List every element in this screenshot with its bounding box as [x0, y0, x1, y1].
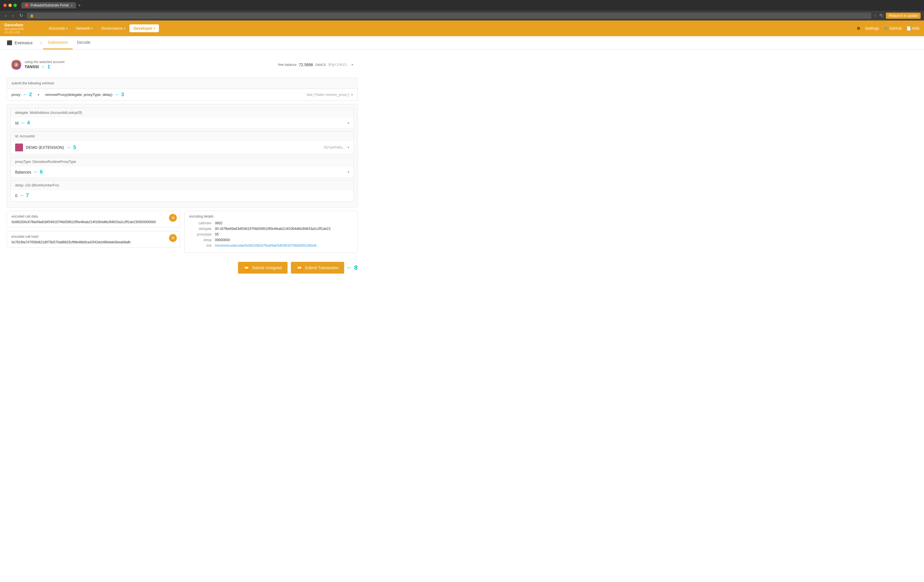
link-row: link #/extrinsics/decode/0x060200c67fbe6…	[189, 244, 353, 248]
nav-governance[interactable]: Governance ▾	[97, 25, 129, 32]
delegate-field-header: delegate: MultiAddress (AccountIdLookupO…	[11, 108, 354, 117]
header-right: ⚙ Settings 📎 GitHub 📄 Wiki	[857, 26, 919, 31]
id-value[interactable]: DEMO (EXTENSION)	[26, 145, 64, 150]
id-address: 5GYyHYvEn...	[324, 146, 345, 149]
see-hint[interactable]: See [`Pallet::remove_proxy`]. ▾	[307, 93, 353, 97]
account-label: using the selected account	[25, 60, 64, 64]
id-field-right: 5GYyHYvEn... ▾	[324, 146, 349, 149]
delay-value[interactable]: 0	[15, 193, 17, 198]
delegate-label: delegate: MultiAddress (AccountIdLookupO…	[15, 111, 82, 115]
account-left: using the selected account TANSSI ← 1	[11, 60, 64, 70]
tab-submission[interactable]: Submission	[43, 36, 72, 50]
method-value[interactable]: removeProxy(delegate, proxyType, delay)	[45, 93, 113, 97]
proxy-type-field-card: proxyType: DanceboxRuntimeProxyType Bala…	[10, 157, 354, 178]
delay-enc-key: delay	[189, 238, 211, 242]
action-bar: ⏩ Submit Unsigned ⏩ Submit Transaction ←…	[7, 257, 358, 278]
copy-encoded-call-hash-btn[interactable]: ⧉	[169, 234, 177, 242]
nav-network-label: Network	[76, 26, 90, 31]
submit-unsigned-label: Submit Unsigned	[252, 266, 282, 270]
traffic-light-red[interactable]	[3, 3, 7, 7]
pallet-value[interactable]: proxy	[12, 93, 20, 97]
callindex-row: callindex 0602	[189, 221, 353, 225]
new-tab-button[interactable]: +	[77, 3, 82, 8]
delegate-value[interactable]: Id	[15, 121, 18, 125]
id-field-card: Id: AccountId DEMO (EXTENSION) ← 5 5GYyH…	[10, 131, 354, 154]
encoding-details-card: encoding details callindex 0602 delegate…	[185, 211, 358, 253]
id-dropdown[interactable]: ▾	[348, 146, 349, 149]
extrinsic-label: submit the following extrinsic	[12, 81, 54, 85]
proxytype-enc-value: 05	[215, 232, 353, 236]
balance-unit: DANCE	[315, 63, 326, 66]
settings-link[interactable]: Settings	[865, 26, 879, 31]
delay-field-card: delay: u32 (BlockNumberFor) 0 ← 7	[10, 180, 354, 202]
submit-transaction-label: Submit Transaction	[305, 266, 338, 270]
annotation-2: ← 2	[23, 92, 32, 98]
update-button[interactable]: Relaunch to update	[886, 13, 921, 19]
submit-unsigned-button[interactable]: ⏩ Submit Unsigned	[238, 262, 287, 274]
nav-developer-arrow: ▾	[153, 27, 155, 30]
delegate-field-card: delegate: MultiAddress (AccountIdLookupO…	[10, 107, 354, 129]
encoded-call-hash-card: encoded call hash 0x781f9a747056b821d975…	[7, 231, 180, 248]
extensions-icon[interactable]: 🔌	[879, 13, 884, 18]
delay-enc-row: delay 00000000	[189, 238, 353, 242]
proxy-type-field-header: proxyType: DanceboxRuntimeProxyType	[11, 157, 354, 166]
url-input[interactable]: polkadot.js.org/apps/?rpc=wss%3A%2F%2Fra…	[36, 14, 868, 18]
proxy-type-value[interactable]: Balances	[15, 170, 31, 174]
nav-accounts-arrow: ▾	[66, 27, 68, 30]
delay-value-row: 0 ← 7	[11, 190, 354, 201]
page-title: Extrinsics	[15, 36, 33, 49]
traffic-light-yellow[interactable]	[8, 3, 12, 7]
account-dropdown-arrow[interactable]: ▾	[351, 63, 353, 67]
callindex-key: callindex	[189, 221, 211, 225]
delegate-dropdown[interactable]: ▾	[348, 121, 349, 125]
address-bar: 🔒 polkadot.js.org/apps/?rpc=wss%3A%2F%2F…	[27, 13, 871, 19]
annotation-7: ← 7	[20, 193, 29, 198]
encoded-call-hash-label: encoded call hash	[12, 235, 175, 238]
proxy-type-dropdown[interactable]: ▾	[348, 170, 349, 174]
tab-decode[interactable]: Decode	[73, 36, 95, 50]
encoded-call-data-label: encoded call data	[12, 215, 175, 218]
tab-close-btn[interactable]: ✕	[70, 4, 73, 7]
github-link[interactable]: 📎 GitHub	[884, 26, 902, 31]
balance-label: free balance	[278, 63, 297, 67]
id-identicon	[15, 144, 23, 151]
encoded-section: encoded call data 0x060200c67fbe69a63df3…	[7, 211, 358, 253]
annotation-8: ← 8	[346, 264, 358, 271]
chain-logo-area: Dancebox dancebox/500 #1,601,105	[5, 23, 38, 34]
nav-developer-label: Developer	[134, 26, 152, 31]
nav-governance-arrow: ▾	[124, 27, 125, 30]
browser-tab[interactable]: 🔴 Polkadot/Substrate Portal ✕	[21, 2, 76, 8]
extrinsic-card: submit the following extrinsic proxy ← 2…	[7, 78, 358, 101]
encoded-call-hash-value: 0x781f9a747056b821d975b570a88825cf96b48b…	[12, 240, 175, 244]
encoding-details-title: encoding details	[189, 215, 353, 218]
annotation-5: ← 5	[67, 145, 76, 150]
chain-sub: dancebox/500	[5, 27, 38, 31]
copy-encoded-call-data-btn[interactable]: ⧉	[169, 214, 177, 222]
chain-block: #1,601,105	[5, 31, 38, 34]
extrinsic-header: submit the following extrinsic	[7, 78, 357, 89]
traffic-light-green[interactable]	[13, 3, 17, 7]
pallet-dropdown[interactable]: ▾	[38, 93, 40, 97]
submit-unsigned-icon: ⏩	[244, 265, 250, 271]
proxy-type-value-row: Balances ← 6 ▾	[11, 166, 354, 178]
see-hint-arrow: ▾	[351, 93, 353, 97]
github-icon: 📎	[884, 26, 888, 31]
forward-button[interactable]: ›	[10, 13, 15, 19]
bookmark-icon[interactable]: ☆	[874, 13, 877, 18]
link-value[interactable]: #/extrinsics/decode/0x060200c67fbe69a63d…	[215, 244, 319, 248]
nav-developer[interactable]: Developer ▾	[129, 25, 159, 32]
refresh-button[interactable]: ↻	[18, 12, 25, 19]
form-container: using the selected account TANSSI ← 1 fr…	[0, 50, 364, 285]
id-label: Id: AccountId	[15, 134, 35, 138]
account-name: TANSSI	[25, 64, 39, 69]
nav-network-arrow: ▾	[91, 27, 93, 30]
nav-network[interactable]: Network ▾	[72, 25, 97, 32]
wiki-link[interactable]: 📄 Wiki	[906, 26, 919, 31]
delegate-value-row: Id ← 4 ▾	[11, 117, 354, 129]
back-button[interactable]: ‹	[3, 13, 8, 19]
delegate-enc-key: delegate	[189, 227, 211, 231]
nav-accounts[interactable]: Accounts ▾	[45, 25, 71, 32]
account-avatar	[11, 60, 21, 70]
github-label: GitHub	[889, 26, 902, 31]
submit-transaction-button[interactable]: ⏩ Submit Transaction	[291, 262, 344, 274]
